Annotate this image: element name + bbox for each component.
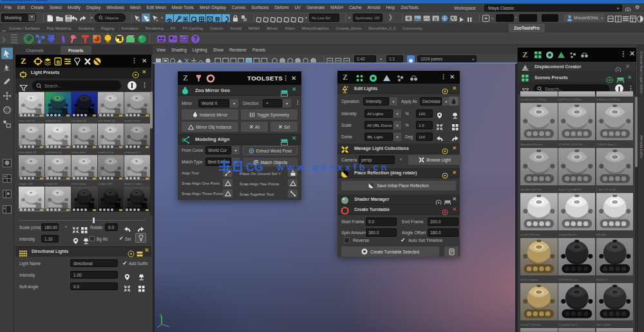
svg-text:www.qdnxxfb.cn: www.qdnxxfb.cn [276,162,390,172]
svg-text:CG: CG [246,161,263,174]
svg-text:B: B [56,59,60,65]
svg-text:?: ? [193,35,197,42]
svg-text:y: y [160,314,162,317]
